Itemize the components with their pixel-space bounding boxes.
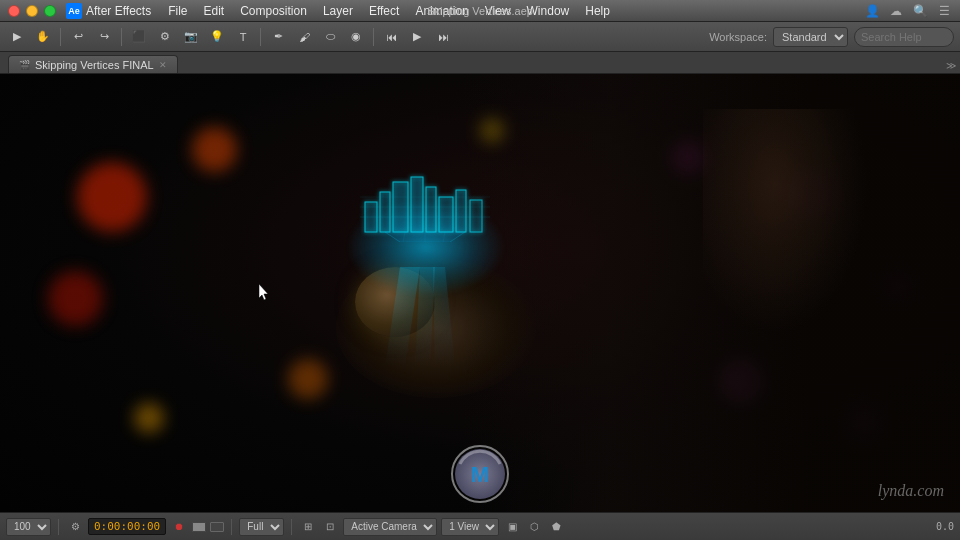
bottom-sep-1: [58, 519, 59, 535]
search-icon[interactable]: 🔍: [912, 3, 928, 19]
undo-btn[interactable]: ↩: [67, 26, 89, 48]
tab-bar: 🎬 Skipping Vertices FINAL ✕ ≫: [0, 52, 960, 74]
bokeh-circle: [192, 127, 237, 172]
menu-icon[interactable]: ☰: [936, 3, 952, 19]
menu-file[interactable]: File: [161, 2, 194, 20]
workspace-label: Workspace:: [709, 31, 767, 43]
app-logo: Ae After Effects: [66, 3, 151, 19]
comp-settings-btn[interactable]: ⚙: [66, 518, 84, 536]
svg-rect-4: [426, 187, 436, 232]
record-btn[interactable]: ⏺: [170, 518, 188, 536]
scene-background: lynda.com M: [0, 74, 960, 512]
resolution-dropdown[interactable]: Full: [239, 518, 284, 536]
toolbar-separator-1: [60, 28, 61, 46]
pen-tool[interactable]: ✒: [267, 26, 289, 48]
user-icon[interactable]: 👤: [864, 3, 880, 19]
minimize-button[interactable]: [26, 5, 38, 17]
menu-bar: File Edit Composition Layer Effect Anima…: [161, 2, 617, 20]
workspace-selector: Workspace: Standard: [709, 27, 954, 47]
toolbar-separator-4: [373, 28, 374, 46]
brush-tool[interactable]: 🖌: [293, 26, 315, 48]
menu-help[interactable]: Help: [578, 2, 617, 20]
mask-swatch[interactable]: [210, 522, 224, 532]
bottom-bar: 100% ⚙ 0:00:00:00 ⏺ Full ⊞ ⊡ Active Came…: [0, 512, 960, 540]
redo-btn[interactable]: ↪: [93, 26, 115, 48]
titlebar: Ae After Effects File Edit Composition L…: [0, 0, 960, 22]
play-prev[interactable]: ⏮: [380, 26, 402, 48]
stamp-tool[interactable]: ⬭: [319, 26, 341, 48]
composition-canvas[interactable]: lynda.com M: [0, 74, 960, 512]
mograph-logo: M: [450, 444, 510, 504]
bottom-sep-3: [291, 519, 292, 535]
toolbar-separator-3: [260, 28, 261, 46]
menu-edit[interactable]: Edit: [196, 2, 231, 20]
camera-dropdown[interactable]: Active Camera: [343, 518, 437, 536]
play-next[interactable]: ⏭: [432, 26, 454, 48]
color-swatch[interactable]: [192, 522, 206, 532]
svg-rect-3: [411, 177, 423, 232]
export-btn[interactable]: ⬡: [525, 518, 543, 536]
app-name: After Effects: [86, 4, 151, 18]
app-logo-icon: Ae: [66, 3, 82, 19]
titlebar-right-icons: 👤 ☁ 🔍 ☰: [864, 3, 952, 19]
menu-effect[interactable]: Effect: [362, 2, 406, 20]
workspace-dropdown[interactable]: Standard: [773, 27, 848, 47]
views-dropdown[interactable]: 1 View: [441, 518, 499, 536]
window-controls: [8, 5, 56, 17]
text-tool[interactable]: T: [232, 26, 254, 48]
window-title: Skipping Vertices.aep: [427, 5, 533, 17]
settings-btn[interactable]: ⚙: [154, 26, 176, 48]
flow-btn[interactable]: ⬟: [547, 518, 565, 536]
search-input[interactable]: [854, 27, 954, 47]
maximize-button[interactable]: [44, 5, 56, 17]
grid-btn[interactable]: ⊞: [299, 518, 317, 536]
zoom-dropdown[interactable]: 100%: [6, 518, 51, 536]
safe-zones-btn[interactable]: ⊡: [321, 518, 339, 536]
toolbar: ▶ ✋ ↩ ↪ ⬛ ⚙ 📷 💡 T ✒ 🖌 ⬭ ◉ ⏮ ▶ ⏭ Workspac…: [0, 22, 960, 52]
svg-text:M: M: [471, 462, 489, 487]
face-highlight: [703, 109, 883, 359]
svg-marker-19: [433, 267, 455, 367]
bokeh-circle: [288, 359, 328, 399]
composition-tab[interactable]: 🎬 Skipping Vertices FINAL ✕: [8, 55, 178, 73]
watermark-text: lynda.com: [878, 482, 944, 500]
bottom-value-display: 0.0: [936, 521, 954, 532]
comp-tab-label: Skipping Vertices FINAL: [35, 59, 154, 71]
toolbar-separator-2: [121, 28, 122, 46]
comp-tab-icon: 🎬: [19, 60, 30, 70]
bottom-sep-2: [231, 519, 232, 535]
svg-marker-18: [415, 267, 435, 367]
timecode-display[interactable]: 0:00:00:00: [88, 518, 166, 535]
tab-close-button[interactable]: ✕: [159, 60, 167, 70]
main-viewport: lynda.com M: [0, 74, 960, 512]
close-button[interactable]: [8, 5, 20, 17]
puppet-tool[interactable]: ◉: [345, 26, 367, 48]
hand-tool[interactable]: ✋: [32, 26, 54, 48]
bokeh-circle: [48, 271, 103, 326]
new-comp-btn[interactable]: ⬛: [128, 26, 150, 48]
bokeh-circle: [134, 403, 164, 433]
select-tool[interactable]: ▶: [6, 26, 28, 48]
bokeh-circle: [77, 162, 147, 232]
svg-rect-1: [380, 192, 390, 232]
menu-layer[interactable]: Layer: [316, 2, 360, 20]
render-btn[interactable]: ▣: [503, 518, 521, 536]
svg-marker-17: [385, 267, 420, 367]
tab-collapse-icon[interactable]: ≫: [946, 60, 956, 71]
light-btn[interactable]: 💡: [206, 26, 228, 48]
menu-composition[interactable]: Composition: [233, 2, 314, 20]
svg-rect-5: [439, 197, 453, 232]
camera-btn[interactable]: 📷: [180, 26, 202, 48]
cloud-icon[interactable]: ☁: [888, 3, 904, 19]
play-btn[interactable]: ▶: [406, 26, 428, 48]
